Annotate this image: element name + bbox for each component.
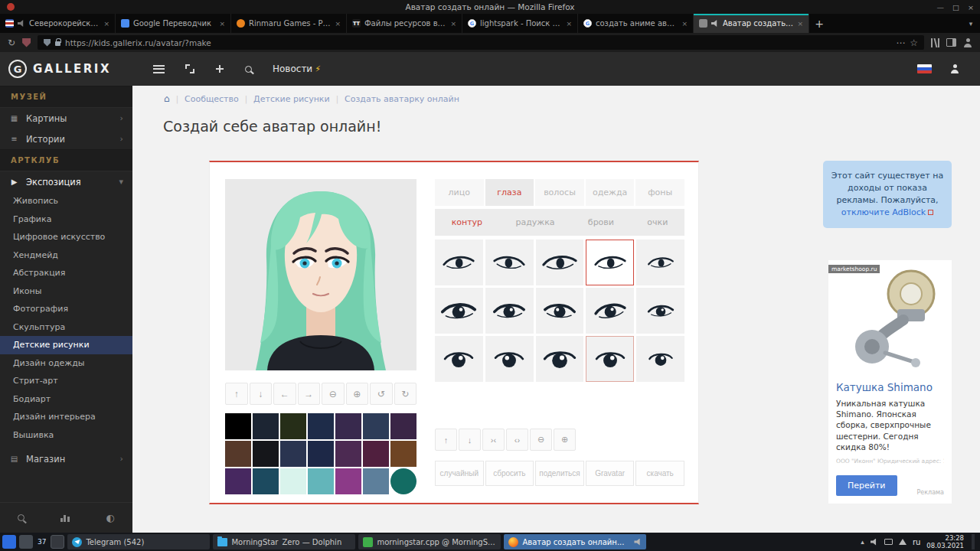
color-swatch-selected[interactable] xyxy=(390,468,416,494)
sidebar-subitem-active[interactable]: Детские рисунки xyxy=(0,336,132,354)
stats-icon[interactable] xyxy=(60,514,70,522)
system-monitor-value[interactable]: 37 xyxy=(36,538,47,546)
sidebar-item-shop[interactable]: ▤ Магазин › xyxy=(0,448,132,469)
shift-up-button[interactable]: ↑ xyxy=(435,429,457,451)
eye-style-option-highlighted[interactable] xyxy=(586,336,634,382)
color-swatch[interactable] xyxy=(280,468,306,494)
eye-style-option[interactable] xyxy=(586,288,634,334)
clock[interactable]: 23:28 08.03.2021 xyxy=(926,534,964,549)
advertisement[interactable]: marketshoop.ru Катушка Shimano Уникальна… xyxy=(828,260,952,504)
color-swatch[interactable] xyxy=(253,468,279,494)
browser-tab[interactable]: G lightspark - Поиск в Goo × xyxy=(462,14,578,33)
sidebar-item-exposition[interactable]: ▶ Экспозиция ▾ xyxy=(0,171,132,192)
eye-style-option[interactable] xyxy=(536,336,584,382)
tab-close-icon[interactable]: × xyxy=(797,20,803,28)
eye-style-option[interactable] xyxy=(435,288,483,334)
app-launcher-icon[interactable] xyxy=(2,535,16,549)
news-link[interactable]: Новости ⚡ xyxy=(273,64,321,74)
tab-close-icon[interactable]: × xyxy=(103,20,109,28)
sidebar-subitem[interactable]: Бодиарт xyxy=(0,390,132,409)
sidebar-subitem[interactable]: Вышивка xyxy=(0,426,132,445)
breadcrumb-link[interactable]: Создать аватарку онлайн xyxy=(330,94,459,104)
color-swatch[interactable] xyxy=(335,441,361,467)
window-close-button[interactable]: × xyxy=(968,3,974,11)
eye-style-option[interactable] xyxy=(536,288,584,334)
color-swatch[interactable] xyxy=(390,441,416,467)
tab-close-icon[interactable]: × xyxy=(566,20,572,28)
subtab-glasses[interactable]: очки xyxy=(647,217,668,227)
color-swatch[interactable] xyxy=(335,413,361,439)
download-button[interactable]: скачать xyxy=(635,461,684,486)
subtab-iris[interactable]: радужка xyxy=(515,217,554,227)
zoom-out-button[interactable]: ⊖ xyxy=(322,383,345,405)
task-telegram[interactable]: Telegram (542) xyxy=(67,534,210,549)
home-icon[interactable]: ⌂ xyxy=(164,93,170,104)
color-swatch[interactable] xyxy=(308,468,334,494)
color-swatch[interactable] xyxy=(363,441,389,467)
contrast-toggle-icon[interactable]: ◐ xyxy=(106,512,114,523)
color-swatch[interactable] xyxy=(390,413,416,439)
eye-style-option-selected[interactable] xyxy=(586,240,634,285)
color-swatch[interactable] xyxy=(308,413,334,439)
browser-tab[interactable]: Северокорейский И × xyxy=(0,14,116,33)
task-dolphin[interactable]: MorningStar_Zero — Dolphin xyxy=(213,534,355,549)
browser-tab[interactable]: Google Переводчик × xyxy=(116,14,231,33)
eye-style-option[interactable] xyxy=(636,336,684,382)
sidebar-subitem[interactable]: Иконы xyxy=(0,282,132,301)
tab-backgrounds[interactable]: фоны xyxy=(635,179,684,206)
subtab-brows[interactable]: брови xyxy=(588,217,614,227)
sidebar-subitem[interactable]: Абстракция xyxy=(0,264,132,282)
eye-style-option[interactable] xyxy=(636,288,684,334)
reset-button[interactable]: сбросить xyxy=(485,461,534,486)
eye-style-option[interactable] xyxy=(536,240,584,285)
tab-list-chevron-icon[interactable]: ▾ xyxy=(962,14,980,33)
keyboard-layout[interactable]: ru xyxy=(913,538,920,546)
gravatar-button[interactable]: Gravatar xyxy=(586,461,635,486)
sidebar-subitem[interactable]: Фотография xyxy=(0,300,132,318)
search-icon[interactable] xyxy=(18,514,24,521)
zoom-out-button[interactable]: ⊖ xyxy=(530,429,552,451)
show-desktop-button[interactable] xyxy=(972,534,975,549)
tracking-protection-shield-icon[interactable] xyxy=(44,39,51,47)
reload-button[interactable]: ↻ xyxy=(8,38,15,47)
tab-eyes-active[interactable]: глаза xyxy=(485,179,534,206)
color-swatch[interactable] xyxy=(225,413,251,439)
eye-style-option[interactable] xyxy=(435,240,483,285)
sidebar-subitem[interactable]: Хендмейд xyxy=(0,246,132,265)
color-swatch[interactable] xyxy=(253,413,279,439)
random-button[interactable]: случайный xyxy=(435,461,484,486)
url-bar[interactable]: https://kids.gallerix.ru/avatar/?make ⋯ … xyxy=(38,35,924,50)
new-tab-button[interactable]: + xyxy=(809,14,829,33)
task-firefox-active[interactable]: Аватар создать онлайн... xyxy=(504,534,646,549)
network-icon[interactable] xyxy=(899,539,906,545)
color-swatch[interactable] xyxy=(280,441,306,467)
tab-close-icon[interactable]: × xyxy=(450,20,456,28)
tab-close-icon[interactable]: × xyxy=(681,20,688,28)
browser-tab[interactable]: Rinmaru Games - Play F × xyxy=(231,14,347,33)
compress-icon[interactable] xyxy=(215,64,224,73)
browser-tab-active[interactable]: Аватар создать онлайн × xyxy=(694,14,809,33)
move-down-button[interactable]: ↓ xyxy=(250,383,273,405)
zoom-in-button[interactable]: ⊕ xyxy=(346,383,369,405)
browser-tab[interactable]: G создать аниме аватар × xyxy=(578,14,694,33)
muted-speaker-icon[interactable] xyxy=(18,20,25,27)
zoom-in-button[interactable]: ⊕ xyxy=(554,429,576,451)
move-right-button[interactable]: → xyxy=(298,383,321,405)
sidebar-subitem[interactable]: Графика xyxy=(0,210,132,229)
shift-down-button[interactable]: ↓ xyxy=(459,429,481,451)
pager-icon[interactable] xyxy=(51,535,64,549)
window-minimize-button[interactable]: — xyxy=(937,3,945,11)
sidebar-subitem[interactable]: Скульптура xyxy=(0,318,132,337)
sidebar-subitem[interactable]: Живопись xyxy=(0,192,132,210)
bookmark-star-icon[interactable]: ☆ xyxy=(910,38,918,47)
eye-style-option[interactable] xyxy=(485,288,534,334)
tab-hair[interactable]: волосы xyxy=(535,179,584,206)
redo-button[interactable]: ↻ xyxy=(394,383,417,405)
color-swatch[interactable] xyxy=(280,413,306,439)
disable-adblock-link[interactable]: отключите AdBlock xyxy=(841,207,926,217)
move-left-button[interactable]: ← xyxy=(273,383,296,405)
window-maximize-button[interactable]: □ xyxy=(952,3,959,11)
sidebar-subitem[interactable]: Стрит-арт xyxy=(0,372,132,390)
tab-face[interactable]: лицо xyxy=(435,179,484,206)
volume-icon[interactable] xyxy=(871,539,878,546)
